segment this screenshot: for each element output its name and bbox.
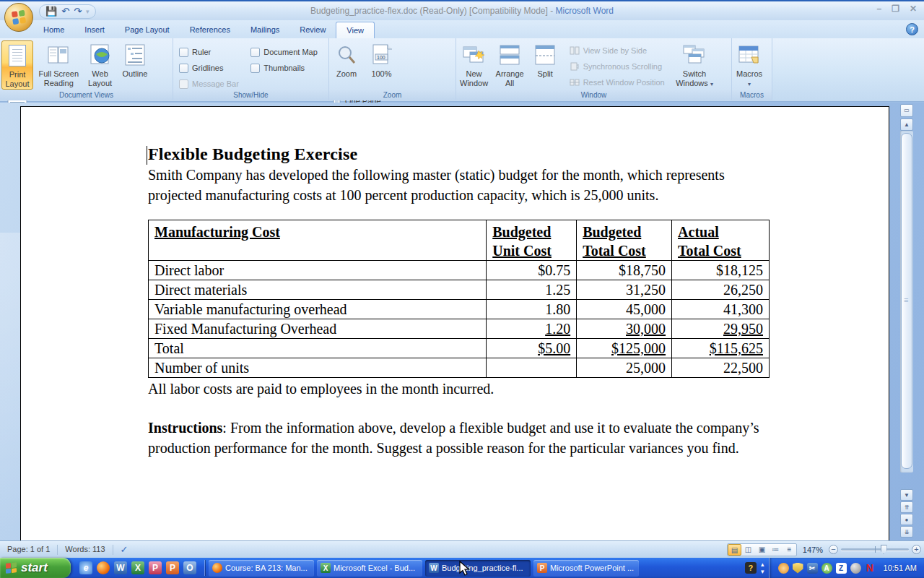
tab-home[interactable]: Home: [33, 22, 74, 38]
scroll-up-button[interactable]: ▲: [900, 118, 913, 131]
next-page-button[interactable]: ⇊: [900, 526, 913, 538]
security-lock-tray-icon[interactable]: ?: [745, 562, 757, 574]
unit-cost-cell: 1.20: [487, 319, 577, 339]
tab-references[interactable]: References: [180, 22, 240, 38]
zoom-slider-track[interactable]: [841, 548, 909, 551]
help-icon[interactable]: ?: [906, 23, 918, 35]
web-layout-view-button[interactable]: ▣: [755, 544, 769, 556]
tab-mailings[interactable]: Mailings: [240, 22, 289, 38]
new-window-icon: [462, 43, 487, 67]
excel-quicklaunch-icon[interactable]: X: [131, 561, 144, 574]
powerpoint-quicklaunch-icon[interactable]: P: [166, 561, 179, 574]
view-side-by-side-icon: [569, 46, 580, 56]
header-manufacturing-cost: Manufacturing Cost: [149, 220, 487, 261]
messenger-tray-icon[interactable]: [778, 563, 789, 574]
outlook-quicklaunch-icon[interactable]: O: [183, 561, 196, 574]
scroll-down-button[interactable]: ▼: [900, 489, 913, 501]
unit-cost-cell: 1.25: [487, 280, 577, 300]
tab-view[interactable]: View: [336, 22, 375, 38]
document-note: All labor costs are paid to employees in…: [148, 379, 772, 399]
select-browse-object-button[interactable]: ●: [900, 514, 913, 525]
scrollbar-thumb[interactable]: [901, 133, 912, 469]
checkbox-icon: [179, 48, 188, 57]
row-label: Total: [149, 339, 487, 358]
taskbar-button-firefox-course[interactable]: Course: BA 213: Man...: [209, 560, 314, 577]
taskbar-button-powerpoint[interactable]: P Microsoft PowerPoint ...: [533, 560, 639, 577]
thumbnails-checkbox[interactable]: Thumbnails: [250, 60, 318, 76]
header-budgeted-unit-cost: BudgetedUnit Cost: [487, 220, 577, 261]
redo-icon[interactable]: ↷: [74, 5, 82, 18]
ruler-checkbox[interactable]: Ruler: [179, 44, 239, 60]
minimize-button[interactable]: –: [876, 4, 881, 14]
excel-icon: X: [321, 563, 331, 573]
header-budgeted-total-cost: BudgetedTotal Cost: [577, 220, 672, 261]
tab-review[interactable]: Review: [289, 22, 336, 38]
start-button[interactable]: start: [0, 558, 71, 578]
tab-page-layout[interactable]: Page Layout: [115, 22, 180, 38]
utility-tool-tray-icon[interactable]: ✂: [807, 563, 818, 574]
macros-button[interactable]: Macros▾: [733, 40, 765, 90]
save-icon[interactable]: 💾: [45, 5, 57, 18]
outline-button[interactable]: Outline: [119, 40, 151, 90]
restore-button[interactable]: ❐: [892, 4, 899, 14]
word-count[interactable]: Words: 113: [58, 541, 112, 558]
undo-icon[interactable]: ↶: [61, 5, 69, 18]
norton-n-tray-icon[interactable]: N: [865, 563, 876, 574]
svg-text:100: 100: [377, 55, 385, 60]
outline-view-button[interactable]: ≔: [769, 544, 783, 556]
split-button[interactable]: Split: [529, 40, 561, 90]
ribbon-tab-row: Home Insert Page Layout References Maili…: [0, 20, 924, 38]
office-button[interactable]: [4, 3, 33, 32]
zoom-in-button[interactable]: +: [912, 545, 921, 554]
actual-total-cell: $115,625: [672, 339, 770, 358]
document-map-checkbox[interactable]: Document Map: [250, 44, 318, 60]
word-quicklaunch-icon[interactable]: W: [114, 561, 127, 574]
taskbar-button-excel[interactable]: X Microsoft Excel - Bud...: [317, 560, 422, 577]
document-page[interactable]: Flexible Budgeting Exercise Smith Compan…: [20, 106, 889, 540]
quick-launch: e W X P P O: [71, 561, 202, 574]
new-window-button[interactable]: NewWindow: [458, 40, 490, 90]
internet-explorer-icon[interactable]: e: [79, 561, 92, 574]
word-icon: W: [429, 563, 439, 573]
draft-view-button[interactable]: ≡: [783, 544, 796, 556]
table-row: Direct materials 1.25 31,250 26,250: [149, 280, 770, 300]
zoom-out-button[interactable]: −: [829, 545, 838, 554]
close-button[interactable]: ✕: [910, 4, 917, 14]
access-quicklaunch-icon[interactable]: P: [149, 561, 162, 574]
gridlines-checkbox[interactable]: Gridlines: [179, 60, 239, 76]
hide-inactive-icons-arrow[interactable]: ▴▾: [761, 561, 764, 575]
ruler-toggle-button[interactable]: ▭: [900, 104, 913, 117]
switch-windows-button[interactable]: SwitchWindows ▾: [674, 40, 715, 90]
window-title: Budgeting_practice-flex.doc (Read-Only) …: [144, 1, 780, 20]
print-layout-view-button[interactable]: ▤: [728, 544, 741, 556]
full-screen-reading-button[interactable]: Full ScreenReading: [36, 40, 81, 90]
previous-page-button[interactable]: ⇈: [900, 501, 913, 513]
firefox-icon[interactable]: [97, 561, 110, 574]
zoom-100-button[interactable]: 100 100%: [365, 40, 397, 90]
proofing-status-icon[interactable]: ✓: [113, 544, 136, 555]
zoom-slider-thumb[interactable]: [881, 545, 887, 554]
zoom-button[interactable]: Zoom: [331, 40, 362, 90]
updater-tray-icon[interactable]: A: [821, 563, 832, 574]
taskbar-button-word-active[interactable]: W Budgeting_practice-fl...: [425, 560, 531, 577]
web-layout-icon: [88, 43, 113, 67]
row-label: Fixed Manufacturing Overhead: [149, 319, 487, 339]
tab-insert[interactable]: Insert: [74, 22, 115, 38]
qat-customize-arrow-icon[interactable]: ▾: [86, 5, 90, 18]
taskbar-clock[interactable]: 10:51 AM: [884, 564, 917, 572]
volume-tray-icon[interactable]: [850, 563, 861, 574]
checkbox-icon: [250, 48, 260, 57]
document-title: Flexible Budgeting Exercise: [148, 143, 772, 165]
zonealarm-tray-icon[interactable]: Z: [836, 563, 847, 574]
web-layout-button[interactable]: WebLayout: [84, 40, 116, 90]
page-indicator[interactable]: Page: 1 of 1: [0, 541, 57, 558]
arrange-all-button[interactable]: ArrangeAll: [494, 40, 526, 90]
zoom-level[interactable]: 147%: [801, 545, 824, 554]
table-header-row: Manufacturing Cost BudgetedUnit Cost Bud…: [149, 220, 770, 261]
page-100-icon: 100: [369, 43, 393, 67]
antivirus-shield-tray-icon[interactable]: [793, 563, 803, 574]
print-layout-button[interactable]: PrintLayout: [1, 40, 33, 90]
full-screen-reading-view-button[interactable]: ◫: [741, 544, 755, 556]
scrollbar-track[interactable]: [900, 131, 913, 473]
row-label: Direct materials: [149, 280, 487, 300]
